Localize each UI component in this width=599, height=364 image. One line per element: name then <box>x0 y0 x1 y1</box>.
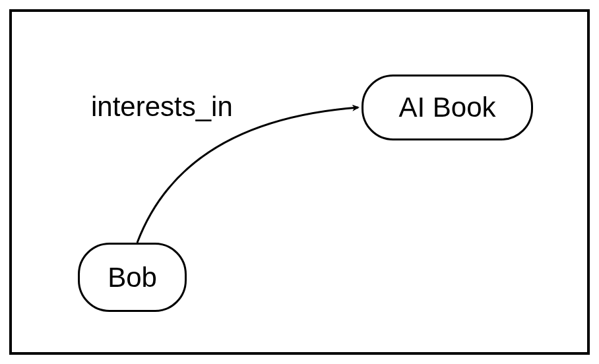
diagram-frame: interests_in Bob AI Book <box>9 9 590 355</box>
edge-label: interests_in <box>91 91 233 123</box>
node-source: Bob <box>78 243 187 312</box>
node-source-label: Bob <box>108 262 157 293</box>
node-target: AI Book <box>362 75 533 140</box>
node-target-label: AI Book <box>398 92 495 123</box>
